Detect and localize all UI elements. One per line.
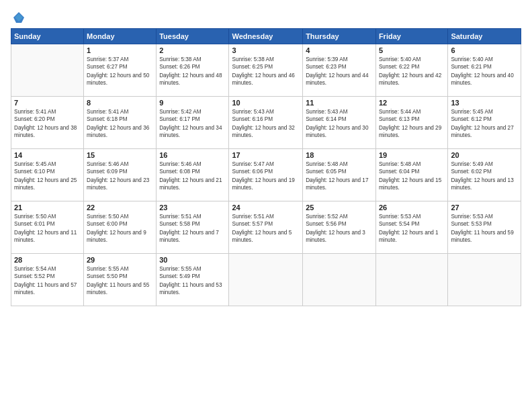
daylight-text: Daylight: 12 hours and 9 minutes. — [87, 229, 153, 244]
day-number: 2 — [159, 46, 226, 54]
daylight-text: Daylight: 12 hours and 30 minutes. — [306, 124, 373, 140]
day-info: Sunrise: 5:46 AM Sunset: 6:09 PM Dayligh… — [87, 161, 153, 192]
sunset-text: Sunset: 6:08 PM — [159, 168, 226, 175]
sunset-text: Sunset: 5:52 PM — [14, 273, 81, 280]
day-cell: 13 Sunrise: 5:45 AM Sunset: 6:12 PM Dayl… — [448, 97, 521, 149]
day-number: 29 — [87, 256, 153, 264]
day-cell — [303, 254, 376, 306]
day-cell: 19 Sunrise: 5:48 AM Sunset: 6:04 PM Dayl… — [375, 149, 447, 201]
daylight-text: Daylight: 12 hours and 17 minutes. — [306, 177, 373, 192]
daylight-text: Daylight: 12 hours and 42 minutes. — [379, 72, 445, 87]
day-number: 23 — [159, 203, 226, 212]
daylight-text: Daylight: 12 hours and 19 minutes. — [232, 177, 300, 192]
sunrise-text: Sunrise: 5:55 AM — [87, 265, 153, 273]
logo-icon — [12, 11, 26, 24]
day-number: 4 — [306, 46, 373, 54]
daylight-text: Daylight: 12 hours and 48 minutes. — [159, 72, 226, 87]
day-number: 6 — [451, 46, 518, 54]
logo — [11, 11, 26, 21]
page: SundayMondayTuesdayWednesdayThursdayFrid… — [0, 0, 532, 411]
day-info: Sunrise: 5:45 AM Sunset: 6:12 PM Dayligh… — [451, 108, 518, 140]
sunset-text: Sunset: 6:02 PM — [451, 168, 518, 175]
day-cell: 15 Sunrise: 5:46 AM Sunset: 6:09 PM Dayl… — [84, 149, 157, 201]
daylight-text: Daylight: 12 hours and 46 minutes. — [232, 72, 300, 87]
day-number: 1 — [87, 46, 153, 54]
day-cell — [11, 44, 84, 97]
daylight-text: Daylight: 12 hours and 23 minutes. — [87, 177, 153, 192]
day-cell: 7 Sunrise: 5:41 AM Sunset: 6:20 PM Dayli… — [11, 97, 84, 149]
day-info: Sunrise: 5:49 AM Sunset: 6:02 PM Dayligh… — [451, 161, 518, 192]
day-number: 10 — [232, 99, 300, 107]
daylight-text: Daylight: 12 hours and 34 minutes. — [159, 124, 226, 140]
calendar-table: SundayMondayTuesdayWednesdayThursdayFrid… — [11, 28, 521, 306]
day-info: Sunrise: 5:53 AM Sunset: 5:53 PM Dayligh… — [451, 213, 518, 244]
sunrise-text: Sunrise: 5:38 AM — [159, 56, 226, 63]
sunset-text: Sunset: 6:18 PM — [87, 116, 153, 123]
day-info: Sunrise: 5:48 AM Sunset: 6:05 PM Dayligh… — [306, 161, 373, 192]
day-info: Sunrise: 5:45 AM Sunset: 6:10 PM Dayligh… — [14, 161, 81, 192]
day-cell: 5 Sunrise: 5:40 AM Sunset: 6:22 PM Dayli… — [375, 44, 447, 97]
sunset-text: Sunset: 6:23 PM — [306, 63, 373, 71]
week-row-4: 21 Sunrise: 5:50 AM Sunset: 6:01 PM Dayl… — [11, 201, 521, 254]
day-cell: 22 Sunrise: 5:50 AM Sunset: 6:00 PM Dayl… — [84, 201, 157, 254]
day-cell: 27 Sunrise: 5:53 AM Sunset: 5:53 PM Dayl… — [448, 201, 521, 254]
week-row-5: 28 Sunrise: 5:54 AM Sunset: 5:52 PM Dayl… — [11, 254, 521, 306]
day-cell: 21 Sunrise: 5:50 AM Sunset: 6:01 PM Dayl… — [11, 201, 84, 254]
sunset-text: Sunset: 6:13 PM — [379, 116, 445, 123]
sunrise-text: Sunrise: 5:47 AM — [232, 161, 300, 168]
day-info: Sunrise: 5:53 AM Sunset: 5:54 PM Dayligh… — [379, 213, 445, 244]
sunrise-text: Sunrise: 5:53 AM — [451, 213, 518, 220]
daylight-text: Daylight: 12 hours and 15 minutes. — [379, 177, 445, 192]
sunrise-text: Sunrise: 5:43 AM — [306, 108, 373, 116]
day-number: 16 — [159, 151, 226, 159]
day-info: Sunrise: 5:43 AM Sunset: 6:16 PM Dayligh… — [232, 108, 300, 140]
sunset-text: Sunset: 6:09 PM — [87, 168, 153, 175]
sunset-text: Sunset: 6:12 PM — [451, 116, 518, 123]
day-info: Sunrise: 5:50 AM Sunset: 6:01 PM Dayligh… — [14, 213, 81, 244]
day-info: Sunrise: 5:44 AM Sunset: 6:13 PM Dayligh… — [379, 108, 445, 140]
day-cell: 17 Sunrise: 5:47 AM Sunset: 6:06 PM Dayl… — [229, 149, 303, 201]
daylight-text: Daylight: 12 hours and 38 minutes. — [14, 124, 81, 140]
sunrise-text: Sunrise: 5:54 AM — [14, 265, 81, 273]
sunrise-text: Sunrise: 5:46 AM — [87, 161, 153, 168]
sunrise-text: Sunrise: 5:40 AM — [451, 56, 518, 63]
day-cell: 23 Sunrise: 5:51 AM Sunset: 5:58 PM Dayl… — [157, 201, 229, 254]
sunset-text: Sunset: 6:10 PM — [14, 168, 81, 175]
sunset-text: Sunset: 5:53 PM — [451, 220, 518, 228]
day-info: Sunrise: 5:47 AM Sunset: 6:06 PM Dayligh… — [232, 161, 300, 192]
daylight-text: Daylight: 12 hours and 29 minutes. — [379, 124, 445, 140]
day-info: Sunrise: 5:39 AM Sunset: 6:23 PM Dayligh… — [306, 56, 373, 87]
sunrise-text: Sunrise: 5:44 AM — [379, 108, 445, 116]
day-number: 30 — [159, 256, 226, 264]
header-row: SundayMondayTuesdayWednesdayThursdayFrid… — [11, 29, 521, 44]
day-number: 21 — [14, 203, 81, 212]
day-number: 22 — [87, 203, 153, 212]
daylight-text: Daylight: 12 hours and 21 minutes. — [159, 177, 226, 192]
day-info: Sunrise: 5:42 AM Sunset: 6:17 PM Dayligh… — [159, 108, 226, 140]
sunset-text: Sunset: 5:49 PM — [159, 273, 226, 280]
sunset-text: Sunset: 6:14 PM — [306, 116, 373, 123]
day-info: Sunrise: 5:38 AM Sunset: 6:25 PM Dayligh… — [232, 56, 300, 87]
sunrise-text: Sunrise: 5:51 AM — [159, 213, 226, 220]
day-cell: 11 Sunrise: 5:43 AM Sunset: 6:14 PM Dayl… — [303, 97, 376, 149]
day-info: Sunrise: 5:55 AM Sunset: 5:50 PM Dayligh… — [87, 265, 153, 297]
sunset-text: Sunset: 6:04 PM — [379, 168, 445, 175]
day-cell: 14 Sunrise: 5:45 AM Sunset: 6:10 PM Dayl… — [11, 149, 84, 201]
sunrise-text: Sunrise: 5:45 AM — [451, 108, 518, 116]
daylight-text: Daylight: 12 hours and 40 minutes. — [451, 72, 518, 87]
sunrise-text: Sunrise: 5:46 AM — [159, 161, 226, 168]
sunrise-text: Sunrise: 5:45 AM — [14, 161, 81, 168]
sunrise-text: Sunrise: 5:50 AM — [87, 213, 153, 220]
day-info: Sunrise: 5:37 AM Sunset: 6:27 PM Dayligh… — [87, 56, 153, 87]
day-info: Sunrise: 5:43 AM Sunset: 6:14 PM Dayligh… — [306, 108, 373, 140]
day-number: 8 — [87, 99, 153, 107]
day-cell: 28 Sunrise: 5:54 AM Sunset: 5:52 PM Dayl… — [11, 254, 84, 306]
sunrise-text: Sunrise: 5:41 AM — [14, 108, 81, 116]
sunset-text: Sunset: 6:17 PM — [159, 116, 226, 123]
sunrise-text: Sunrise: 5:52 AM — [306, 213, 373, 220]
day-number: 28 — [14, 256, 81, 264]
sunset-text: Sunset: 5:57 PM — [232, 220, 300, 228]
sunrise-text: Sunrise: 5:43 AM — [232, 108, 300, 116]
daylight-text: Daylight: 11 hours and 55 minutes. — [87, 281, 153, 297]
sunset-text: Sunset: 6:22 PM — [379, 63, 445, 71]
